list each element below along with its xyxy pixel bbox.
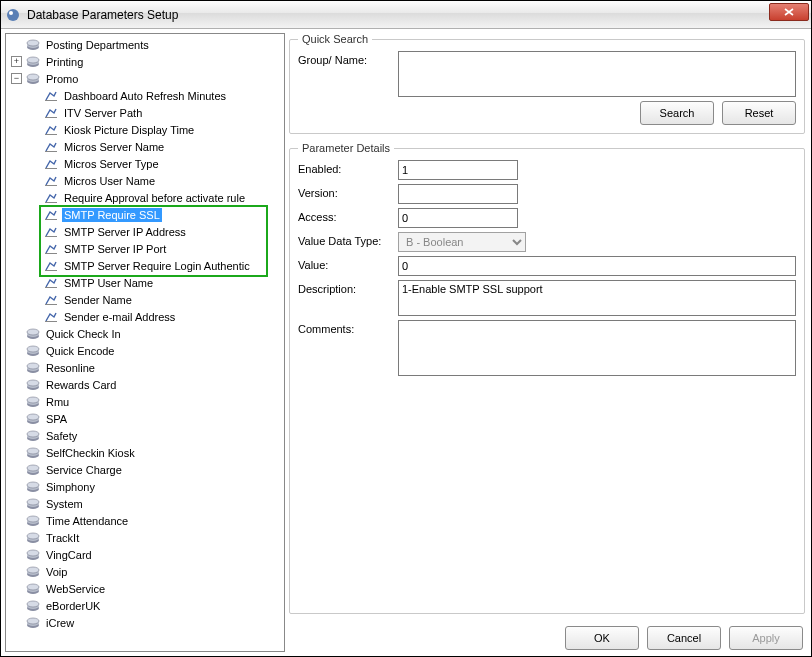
svg-point-42 bbox=[27, 414, 39, 420]
parameter-icon bbox=[43, 225, 59, 239]
tree-item[interactable]: Service Charge bbox=[8, 461, 284, 478]
category-icon bbox=[25, 412, 41, 426]
tree-item-label: eBorderUK bbox=[44, 599, 102, 613]
tree-item[interactable]: SMTP Server IP Address bbox=[8, 223, 284, 240]
comments-input[interactable] bbox=[398, 320, 796, 376]
parameter-icon bbox=[43, 89, 59, 103]
access-input[interactable] bbox=[398, 208, 518, 228]
ok-button[interactable]: OK bbox=[565, 626, 639, 650]
enabled-label: Enabled: bbox=[298, 160, 398, 175]
tree-item[interactable]: Resonline bbox=[8, 359, 284, 376]
svg-point-36 bbox=[27, 380, 39, 386]
tree-item[interactable]: +Printing bbox=[8, 53, 284, 70]
parameter-icon bbox=[43, 174, 59, 188]
tree-item[interactable]: SelfCheckin Kiosk bbox=[8, 444, 284, 461]
expand-icon[interactable]: + bbox=[11, 56, 22, 67]
comments-label: Comments: bbox=[298, 320, 398, 335]
svg-rect-18 bbox=[45, 219, 57, 220]
version-input[interactable] bbox=[398, 184, 518, 204]
category-icon bbox=[25, 446, 41, 460]
right-panel: Quick Search Group/ Name: Search Reset P… bbox=[287, 29, 811, 656]
tree-item[interactable]: Safety bbox=[8, 427, 284, 444]
svg-point-75 bbox=[27, 601, 39, 607]
svg-point-69 bbox=[27, 567, 39, 573]
svg-rect-13 bbox=[45, 134, 57, 135]
content-area: Posting Departments+Printing−PromoDashbo… bbox=[1, 29, 811, 656]
apply-button[interactable]: Apply bbox=[729, 626, 803, 650]
tree-item[interactable]: SPA bbox=[8, 410, 284, 427]
tree-item[interactable]: Rewards Card bbox=[8, 376, 284, 393]
tree-item-label: Rmu bbox=[44, 395, 71, 409]
tree-item[interactable]: Voip bbox=[8, 563, 284, 580]
tree-item[interactable]: Simphony bbox=[8, 478, 284, 495]
tree-item[interactable]: Micros Server Type bbox=[8, 155, 284, 172]
category-icon bbox=[25, 38, 41, 52]
tree-item[interactable]: SMTP User Name bbox=[8, 274, 284, 291]
parameter-icon bbox=[43, 106, 59, 120]
tree-item[interactable]: Require Approval before activate rule bbox=[8, 189, 284, 206]
tree-scroll[interactable]: Posting Departments+Printing−PromoDashbo… bbox=[6, 34, 284, 651]
tree-item[interactable]: VingCard bbox=[8, 546, 284, 563]
tree-item[interactable]: Sender Name bbox=[8, 291, 284, 308]
description-input[interactable]: 1-Enable SMTP SSL support bbox=[398, 280, 796, 316]
value-input[interactable] bbox=[398, 256, 796, 276]
tree-item[interactable]: −Promo bbox=[8, 70, 284, 87]
tree-item[interactable]: Dashboard Auto Refresh Minutes bbox=[8, 87, 284, 104]
tree-item-label: Time Attendance bbox=[44, 514, 130, 528]
category-icon bbox=[25, 599, 41, 613]
tree-item-label: SelfCheckin Kiosk bbox=[44, 446, 137, 460]
tree-item[interactable]: Sender e-mail Address bbox=[8, 308, 284, 325]
tree-item[interactable]: eBorderUK bbox=[8, 597, 284, 614]
tree-item[interactable]: WebService bbox=[8, 580, 284, 597]
tree-item[interactable]: Micros Server Name bbox=[8, 138, 284, 155]
group-name-input[interactable] bbox=[398, 51, 796, 97]
tree-item[interactable]: Posting Departments bbox=[8, 36, 284, 53]
tree-item[interactable]: Quick Check In bbox=[8, 325, 284, 342]
tree-item[interactable]: iCrew bbox=[8, 614, 284, 631]
tree-item[interactable]: SMTP Server IP Port bbox=[8, 240, 284, 257]
category-icon bbox=[25, 582, 41, 596]
tree-item[interactable]: Micros User Name bbox=[8, 172, 284, 189]
svg-point-33 bbox=[27, 363, 39, 369]
category-icon bbox=[25, 55, 41, 69]
tree-item[interactable]: Time Attendance bbox=[8, 512, 284, 529]
tree-item-label: Voip bbox=[44, 565, 69, 579]
category-icon bbox=[25, 361, 41, 375]
close-button[interactable] bbox=[769, 3, 809, 21]
category-icon bbox=[25, 72, 41, 86]
tree-item-label: Quick Encode bbox=[44, 344, 116, 358]
tree-item[interactable]: System bbox=[8, 495, 284, 512]
quick-search-group: Quick Search Group/ Name: Search Reset bbox=[289, 33, 805, 134]
tree-item[interactable]: Quick Encode bbox=[8, 342, 284, 359]
collapse-icon[interactable]: − bbox=[11, 73, 22, 84]
tree-item[interactable]: TrackIt bbox=[8, 529, 284, 546]
parameter-icon bbox=[43, 208, 59, 222]
quick-search-legend: Quick Search bbox=[298, 33, 372, 45]
tree-item-label: SMTP User Name bbox=[62, 276, 155, 290]
tree-item-label: Quick Check In bbox=[44, 327, 123, 341]
tree-item-label: Service Charge bbox=[44, 463, 124, 477]
parameter-tree[interactable]: Posting Departments+Printing−PromoDashbo… bbox=[8, 36, 284, 631]
data-type-select[interactable]: B - Boolean bbox=[398, 232, 526, 252]
reset-button[interactable]: Reset bbox=[722, 101, 796, 125]
svg-point-27 bbox=[27, 329, 39, 335]
tree-item[interactable]: Kiosk Picture Display Time bbox=[8, 121, 284, 138]
tree-item-label: Sender Name bbox=[62, 293, 134, 307]
tree-item[interactable]: ITV Server Path bbox=[8, 104, 284, 121]
svg-point-4 bbox=[27, 40, 39, 46]
tree-item-label: Micros Server Name bbox=[62, 140, 166, 154]
svg-point-66 bbox=[27, 550, 39, 556]
svg-point-39 bbox=[27, 397, 39, 403]
tree-item-label: VingCard bbox=[44, 548, 94, 562]
cancel-button[interactable]: Cancel bbox=[647, 626, 721, 650]
enabled-input[interactable] bbox=[398, 160, 518, 180]
app-icon bbox=[5, 7, 21, 23]
category-icon bbox=[25, 327, 41, 341]
svg-rect-19 bbox=[45, 236, 57, 237]
tree-item[interactable]: SMTP Require SSL bbox=[8, 206, 284, 223]
tree-item-label: TrackIt bbox=[44, 531, 81, 545]
search-button[interactable]: Search bbox=[640, 101, 714, 125]
tree-item-label: iCrew bbox=[44, 616, 76, 630]
tree-item[interactable]: Rmu bbox=[8, 393, 284, 410]
tree-item[interactable]: SMTP Server Require Login Authentic bbox=[8, 257, 284, 274]
